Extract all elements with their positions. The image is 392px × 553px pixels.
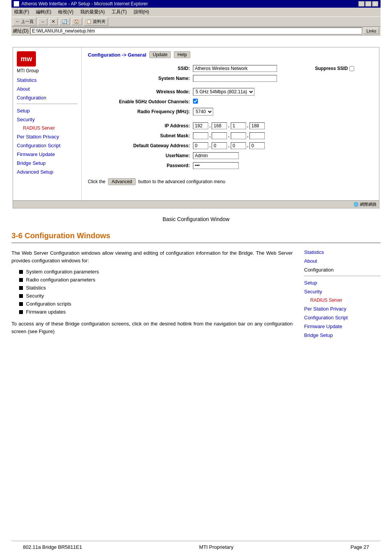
subnet-octet1[interactable] — [193, 132, 208, 139]
right-nav-security[interactable]: Security — [304, 289, 381, 294]
nav-security[interactable]: Security — [17, 117, 78, 122]
ssid-input[interactable] — [193, 65, 277, 72]
title-bar-left: Atheros Web Interface - AP Setup - Micro… — [14, 1, 148, 7]
links-button[interactable]: Links — [364, 28, 379, 34]
ip-address-cell: . . . — [191, 121, 313, 131]
gw-octet4[interactable] — [249, 142, 265, 149]
right-nav: Statistics About Configuration Setup Sec… — [304, 249, 381, 338]
page-footer: 802.11a Bridge BR5811E1 MTI Proprietary … — [11, 541, 381, 553]
update-button[interactable]: Update — [149, 51, 171, 58]
list-item: Statistics — [19, 285, 293, 291]
nav-bridge-setup[interactable]: Bridge Setup — [17, 160, 78, 166]
password-cell — [191, 161, 313, 171]
back-button[interactable]: ← 上一頁 — [13, 18, 36, 26]
address-input[interactable] — [30, 28, 363, 34]
menu-help[interactable]: 說明(H) — [133, 8, 151, 16]
gateway-row: Default Gateway Address: . . . — [88, 141, 373, 151]
menu-view[interactable]: 檢視(V) — [57, 8, 75, 16]
right-nav-per-station-privacy[interactable]: Per Station Privacy — [304, 306, 381, 312]
folders-button[interactable]: 📋 資料夾 — [84, 18, 108, 26]
advanced-button[interactable]: Advanced — [108, 178, 135, 185]
subnet-mask-row: Subnet Mask: . . . — [88, 131, 373, 141]
company-name: MTI Group — [17, 68, 78, 73]
menu-tools[interactable]: 工具(T) — [110, 8, 128, 16]
wireless-mode-label: Wireless Mode: — [88, 86, 191, 97]
subnet-mask-group: . . . — [193, 132, 312, 139]
refresh-button[interactable]: 🔄 — [59, 18, 70, 25]
menu-favorites[interactable]: 我的最愛(A) — [79, 8, 106, 16]
content-area: mw MTI Group Statistics About Configurat… — [11, 36, 381, 541]
nav-firmware-update[interactable]: Firmware Update — [17, 151, 78, 157]
wireless-mode-cell: 5 GHz 54Mbps (802.11a) — [191, 86, 313, 97]
radio-freq-label: Radio Frequency (MHz): — [88, 106, 191, 117]
bullet-text: Security — [26, 293, 44, 299]
nav-setup[interactable]: Setup — [17, 108, 78, 114]
config-form: SSID: Suppress SSID — [88, 63, 373, 171]
footer-right: Page 27 — [351, 544, 369, 550]
ip-octet3[interactable] — [231, 122, 246, 129]
right-nav-statistics[interactable]: Statistics — [304, 249, 381, 255]
menu-file[interactable]: 檔案(F) — [13, 8, 30, 16]
close-button[interactable]: ✕ — [372, 1, 378, 7]
radio-freq-row: Radio Frequency (MHz): 5740 — [88, 106, 373, 117]
bullet-text: Configuration scripts — [26, 301, 71, 307]
title-buttons[interactable]: _ □ ✕ — [358, 1, 378, 7]
nav-config-script[interactable]: Configuration Script — [17, 143, 78, 148]
subnet-octet4[interactable] — [249, 132, 265, 139]
password-input[interactable] — [193, 162, 239, 169]
username-input[interactable] — [193, 152, 239, 159]
subnet-octet3[interactable] — [231, 132, 246, 139]
username-cell — [191, 151, 313, 161]
gateway-cell: . . . — [191, 141, 313, 151]
nav-statistics[interactable]: Statistics — [17, 77, 78, 83]
ip-sep3: . — [247, 123, 249, 128]
maximize-button[interactable]: □ — [365, 1, 371, 7]
right-nav-bridge-setup[interactable]: Bridge Setup — [304, 332, 381, 338]
address-bar: 網址(D) Links — [11, 27, 381, 35]
suppress-ssid-checkbox[interactable] — [349, 66, 354, 71]
right-col: Statistics About Configuration Setup Sec… — [304, 249, 381, 341]
ip-octet1[interactable] — [193, 122, 208, 129]
gateway-group: . . . — [193, 142, 312, 149]
right-nav-radius-server[interactable]: RADIUS Server — [310, 298, 381, 303]
minimize-button[interactable]: _ — [358, 1, 364, 7]
system-name-input[interactable] — [193, 75, 277, 82]
gw-octet1[interactable] — [193, 142, 208, 149]
right-nav-config-script[interactable]: Configuration Script — [304, 315, 381, 320]
radio-freq-select[interactable]: 5740 — [193, 108, 213, 115]
ssid-value-cell — [191, 63, 313, 73]
left-col: The Web Server Configuration windows all… — [11, 249, 293, 341]
gw-sep1: . — [209, 143, 211, 148]
outdoor-channels-checkbox[interactable] — [193, 99, 198, 104]
stop-button[interactable]: ✕ — [49, 18, 58, 25]
status-right: 🌐 網際網路 — [353, 202, 377, 207]
forward-button[interactable]: → — [38, 18, 47, 25]
footer-center: MTI Proprietary — [199, 544, 233, 550]
right-nav-setup[interactable]: Setup — [304, 280, 381, 286]
ip-octet4[interactable] — [249, 122, 265, 129]
status-bar: 🌐 網際網路 — [13, 200, 379, 208]
gw-octet2[interactable] — [212, 142, 227, 149]
nav-per-station-privacy[interactable]: Per Station Privacy — [17, 134, 78, 140]
home-button[interactable]: 🏠 — [71, 18, 82, 25]
nav-advanced-setup[interactable]: Advanced Setup — [17, 169, 78, 175]
left-nav: mw MTI Group Statistics About Configurat… — [13, 47, 82, 200]
nav-about[interactable]: About — [17, 86, 78, 92]
nav-logo: mw — [17, 51, 36, 67]
nav-configuration[interactable]: Configuration — [17, 95, 78, 101]
wireless-mode-row: Wireless Mode: 5 GHz 54Mbps (802.11a) — [88, 86, 373, 97]
gw-octet3[interactable] — [231, 142, 246, 149]
menu-edit[interactable]: 編輯(E) — [35, 8, 52, 16]
wireless-mode-select[interactable]: 5 GHz 54Mbps (802.11a) — [193, 88, 254, 96]
help-button[interactable]: Help — [174, 51, 190, 58]
list-item: Firmware updates — [19, 309, 293, 315]
right-nav-about[interactable]: About — [304, 258, 381, 264]
section-heading: 3-6 Configuration Windows — [11, 231, 381, 243]
subnet-octet2[interactable] — [212, 132, 227, 139]
right-nav-firmware-update[interactable]: Firmware Update — [304, 324, 381, 329]
subnet-sep3: . — [247, 133, 249, 138]
nav-radius-server[interactable]: RADIUS Server — [23, 125, 78, 131]
screenshot-area: mw MTI Group Statistics About Configurat… — [13, 47, 379, 208]
ie-content: mw MTI Group Statistics About Configurat… — [13, 47, 379, 200]
ip-octet2[interactable] — [212, 122, 227, 129]
